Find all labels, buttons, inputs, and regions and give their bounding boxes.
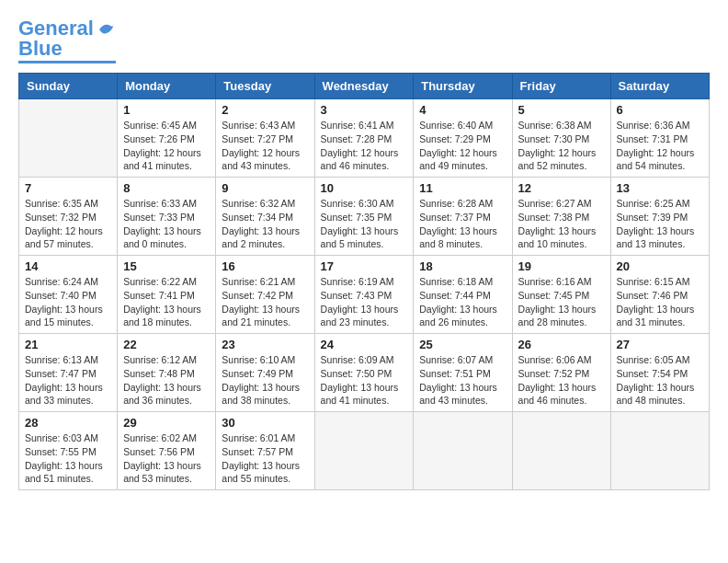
day-cell <box>610 412 709 490</box>
day-cell: 22Sunrise: 6:12 AMSunset: 7:48 PMDayligh… <box>118 334 216 412</box>
day-detail: Sunrise: 6:10 AMSunset: 7:49 PMDaylight:… <box>222 353 308 408</box>
day-number: 26 <box>518 338 605 351</box>
day-detail: Sunrise: 6:19 AMSunset: 7:43 PMDaylight:… <box>321 275 408 329</box>
day-number: 25 <box>419 338 506 351</box>
day-cell: 30Sunrise: 6:01 AMSunset: 7:57 PMDayligh… <box>216 412 314 490</box>
day-cell: 19Sunrise: 6:16 AMSunset: 7:45 PMDayligh… <box>512 256 610 334</box>
day-cell <box>19 99 118 178</box>
day-number: 13 <box>617 181 703 195</box>
day-detail: Sunrise: 6:33 AMSunset: 7:33 PMDaylight:… <box>123 197 210 251</box>
day-detail: Sunrise: 6:27 AMSunset: 7:38 PMDaylight:… <box>518 197 605 251</box>
day-cell: 14Sunrise: 6:24 AMSunset: 7:40 PMDayligh… <box>19 256 118 334</box>
page-header: General Blue <box>18 18 710 63</box>
day-detail: Sunrise: 6:32 AMSunset: 7:34 PMDaylight:… <box>222 197 308 251</box>
day-number: 9 <box>222 181 308 195</box>
day-cell: 15Sunrise: 6:22 AMSunset: 7:41 PMDayligh… <box>118 256 216 334</box>
day-cell: 6Sunrise: 6:36 AMSunset: 7:31 PMDaylight… <box>610 99 709 178</box>
day-cell: 17Sunrise: 6:19 AMSunset: 7:43 PMDayligh… <box>314 256 414 334</box>
day-cell: 13Sunrise: 6:25 AMSunset: 7:39 PMDayligh… <box>610 178 709 256</box>
day-detail: Sunrise: 6:21 AMSunset: 7:42 PMDaylight:… <box>222 275 308 329</box>
day-cell: 20Sunrise: 6:15 AMSunset: 7:46 PMDayligh… <box>610 256 709 334</box>
col-header-tuesday: Tuesday <box>216 74 314 99</box>
day-detail: Sunrise: 6:25 AMSunset: 7:39 PMDaylight:… <box>617 197 703 251</box>
day-detail: Sunrise: 6:28 AMSunset: 7:37 PMDaylight:… <box>419 197 506 251</box>
day-number: 24 <box>321 338 408 351</box>
col-header-thursday: Thursday <box>414 74 512 99</box>
day-detail: Sunrise: 6:07 AMSunset: 7:51 PMDaylight:… <box>419 353 506 408</box>
day-number: 16 <box>222 259 308 273</box>
day-detail: Sunrise: 6:09 AMSunset: 7:50 PMDaylight:… <box>321 353 408 408</box>
day-cell <box>512 412 610 490</box>
day-number: 8 <box>123 181 210 195</box>
day-cell: 1Sunrise: 6:45 AMSunset: 7:26 PMDaylight… <box>118 99 216 178</box>
day-number: 19 <box>518 259 605 273</box>
logo: General Blue <box>18 18 116 63</box>
col-header-wednesday: Wednesday <box>314 74 414 99</box>
day-detail: Sunrise: 6:36 AMSunset: 7:31 PMDaylight:… <box>617 119 703 173</box>
day-detail: Sunrise: 6:22 AMSunset: 7:41 PMDaylight:… <box>123 275 210 329</box>
day-number: 15 <box>123 259 210 273</box>
day-number: 23 <box>222 338 308 351</box>
day-number: 30 <box>222 416 308 430</box>
day-number: 17 <box>321 259 408 273</box>
day-number: 5 <box>518 103 605 117</box>
day-cell: 10Sunrise: 6:30 AMSunset: 7:35 PMDayligh… <box>314 178 414 256</box>
day-number: 3 <box>321 103 408 117</box>
day-cell: 9Sunrise: 6:32 AMSunset: 7:34 PMDaylight… <box>216 178 314 256</box>
day-number: 27 <box>617 338 703 351</box>
day-cell: 7Sunrise: 6:35 AMSunset: 7:32 PMDaylight… <box>19 178 118 256</box>
day-cell: 29Sunrise: 6:02 AMSunset: 7:56 PMDayligh… <box>118 412 216 490</box>
day-number: 22 <box>123 338 210 351</box>
day-detail: Sunrise: 6:43 AMSunset: 7:27 PMDaylight:… <box>222 119 308 173</box>
week-row-4: 21Sunrise: 6:13 AMSunset: 7:47 PMDayligh… <box>19 334 710 412</box>
logo-underline <box>18 61 116 63</box>
day-cell <box>314 412 414 490</box>
day-detail: Sunrise: 6:35 AMSunset: 7:32 PMDaylight:… <box>25 197 111 251</box>
day-number: 20 <box>617 259 703 273</box>
day-number: 18 <box>419 259 506 273</box>
day-cell: 3Sunrise: 6:41 AMSunset: 7:28 PMDaylight… <box>314 99 414 178</box>
col-header-sunday: Sunday <box>19 74 118 99</box>
day-cell: 27Sunrise: 6:05 AMSunset: 7:54 PMDayligh… <box>610 334 709 412</box>
day-detail: Sunrise: 6:41 AMSunset: 7:28 PMDaylight:… <box>321 119 408 173</box>
day-detail: Sunrise: 6:03 AMSunset: 7:55 PMDaylight:… <box>25 431 111 486</box>
day-cell: 23Sunrise: 6:10 AMSunset: 7:49 PMDayligh… <box>216 334 314 412</box>
day-detail: Sunrise: 6:40 AMSunset: 7:29 PMDaylight:… <box>419 119 506 173</box>
day-detail: Sunrise: 6:13 AMSunset: 7:47 PMDaylight:… <box>25 353 111 408</box>
day-number: 21 <box>25 338 111 351</box>
day-number: 11 <box>419 181 506 195</box>
day-detail: Sunrise: 6:06 AMSunset: 7:52 PMDaylight:… <box>518 353 605 408</box>
day-detail: Sunrise: 6:16 AMSunset: 7:45 PMDaylight:… <box>518 275 605 329</box>
day-number: 7 <box>25 181 111 195</box>
day-cell: 21Sunrise: 6:13 AMSunset: 7:47 PMDayligh… <box>19 334 118 412</box>
day-number: 29 <box>123 416 210 430</box>
day-cell: 11Sunrise: 6:28 AMSunset: 7:37 PMDayligh… <box>414 178 512 256</box>
day-number: 10 <box>321 181 408 195</box>
day-cell: 12Sunrise: 6:27 AMSunset: 7:38 PMDayligh… <box>512 178 610 256</box>
day-detail: Sunrise: 6:12 AMSunset: 7:48 PMDaylight:… <box>123 353 210 408</box>
col-header-monday: Monday <box>118 74 216 99</box>
day-number: 6 <box>617 103 703 117</box>
calendar-table: SundayMondayTuesdayWednesdayThursdayFrid… <box>18 73 710 490</box>
day-detail: Sunrise: 6:24 AMSunset: 7:40 PMDaylight:… <box>25 275 111 329</box>
day-detail: Sunrise: 6:15 AMSunset: 7:46 PMDaylight:… <box>617 275 703 329</box>
header-row: SundayMondayTuesdayWednesdayThursdayFrid… <box>19 74 710 99</box>
day-number: 14 <box>25 259 111 273</box>
day-detail: Sunrise: 6:38 AMSunset: 7:30 PMDaylight:… <box>518 119 605 173</box>
day-number: 12 <box>518 181 605 195</box>
logo-blue: Blue <box>18 37 63 60</box>
day-detail: Sunrise: 6:01 AMSunset: 7:57 PMDaylight:… <box>222 431 308 486</box>
day-cell: 5Sunrise: 6:38 AMSunset: 7:30 PMDaylight… <box>512 99 610 178</box>
logo-text: General Blue <box>18 18 116 59</box>
day-cell: 18Sunrise: 6:18 AMSunset: 7:44 PMDayligh… <box>414 256 512 334</box>
day-detail: Sunrise: 6:05 AMSunset: 7:54 PMDaylight:… <box>617 353 703 408</box>
day-cell: 16Sunrise: 6:21 AMSunset: 7:42 PMDayligh… <box>216 256 314 334</box>
day-number: 4 <box>419 103 506 117</box>
day-cell: 26Sunrise: 6:06 AMSunset: 7:52 PMDayligh… <box>512 334 610 412</box>
day-cell: 4Sunrise: 6:40 AMSunset: 7:29 PMDaylight… <box>414 99 512 178</box>
col-header-friday: Friday <box>512 74 610 99</box>
week-row-3: 14Sunrise: 6:24 AMSunset: 7:40 PMDayligh… <box>19 256 710 334</box>
day-detail: Sunrise: 6:45 AMSunset: 7:26 PMDaylight:… <box>123 119 210 173</box>
col-header-saturday: Saturday <box>610 74 709 99</box>
day-number: 1 <box>123 103 210 117</box>
